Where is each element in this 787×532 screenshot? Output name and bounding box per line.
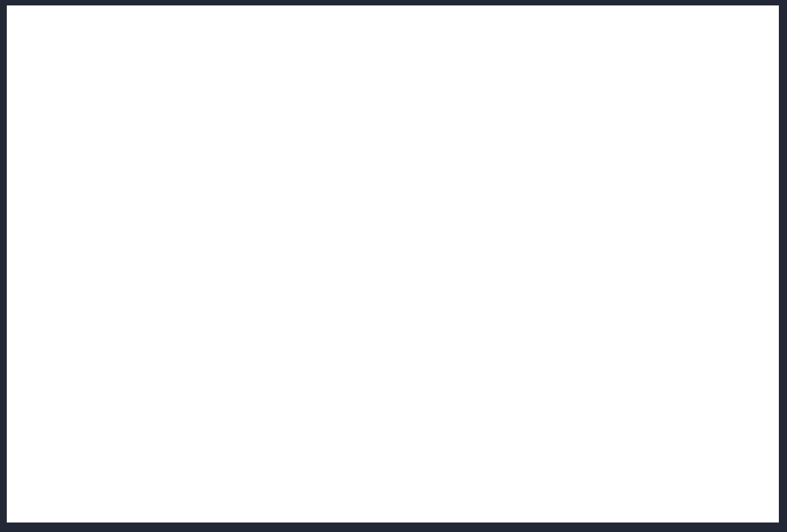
- axes-chrome: [0, 0, 787, 532]
